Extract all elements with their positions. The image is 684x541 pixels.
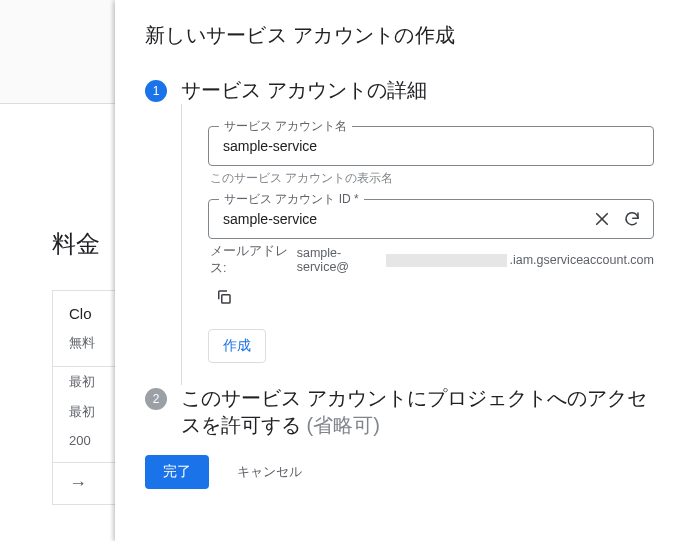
service-account-name-input[interactable] xyxy=(221,137,641,155)
step-2-header[interactable]: 2 このサービス アカウントにプロジェクトへのアクセスを許可する (省略可) xyxy=(145,385,654,439)
refresh-icon[interactable] xyxy=(623,210,641,228)
svg-rect-2 xyxy=(222,295,230,303)
service-account-name-field[interactable]: サービス アカウント名 xyxy=(208,126,654,166)
service-account-email-row: メールアドレス: sample-service@ .iam.gserviceac… xyxy=(210,243,654,277)
step-1-title: サービス アカウントの詳細 xyxy=(181,77,427,104)
email-project-redacted xyxy=(386,254,508,267)
cancel-button[interactable]: キャンセル xyxy=(231,462,308,482)
step-2-title-optional: (省略可) xyxy=(307,414,380,436)
copy-email-button[interactable] xyxy=(210,283,238,311)
step-badge-1: 1 xyxy=(145,80,167,102)
step-1-header: 1 サービス アカウントの詳細 xyxy=(145,77,654,104)
service-account-name-helper: このサービス アカウントの表示名 xyxy=(210,170,654,187)
email-suffix: .iam.gserviceaccount.com xyxy=(509,253,654,267)
service-account-id-input[interactable] xyxy=(221,210,593,228)
email-local: sample-service@ xyxy=(297,246,384,274)
create-button[interactable]: 作成 xyxy=(208,329,266,363)
dialog-title: 新しいサービス アカウントの作成 xyxy=(145,22,654,49)
backdrop-page-title: 料金 xyxy=(52,228,100,260)
service-account-id-label: サービス アカウント ID * xyxy=(219,191,364,208)
create-service-account-dialog: 新しいサービス アカウントの作成 1 サービス アカウントの詳細 サービス アカ… xyxy=(115,0,684,541)
step-2-title: このサービス アカウントにプロジェクトへのアクセスを許可する (省略可) xyxy=(181,385,654,439)
step-2-title-main: このサービス アカウントにプロジェクトへのアクセスを許可する xyxy=(181,387,647,436)
clear-icon[interactable] xyxy=(593,210,611,228)
step-1-body: サービス アカウント名 このサービス アカウントの表示名 サービス アカウント … xyxy=(181,104,654,385)
service-account-id-field[interactable]: サービス アカウント ID * xyxy=(208,199,654,239)
step-badge-2: 2 xyxy=(145,388,167,410)
service-account-name-label: サービス アカウント名 xyxy=(219,118,352,135)
dialog-footer: 完了 キャンセル xyxy=(145,455,654,489)
email-prefix: メールアドレス: xyxy=(210,243,295,277)
done-button[interactable]: 完了 xyxy=(145,455,209,489)
